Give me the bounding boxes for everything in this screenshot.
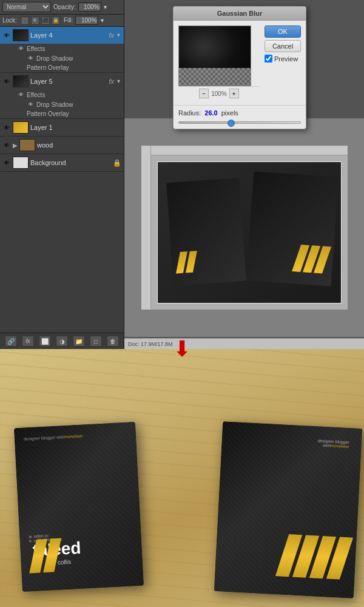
add-mask-btn[interactable]: ⬜ <box>39 336 51 347</box>
layer-thumb-background <box>13 157 29 169</box>
preview-checkbox-input[interactable] <box>265 55 272 63</box>
layers-list: 👁 Layer 4 fx ▼ 👁 Effects 👁 Drop Shadow <box>0 27 124 333</box>
opacity-row: Opacity: ▾ <box>53 2 107 12</box>
drop-shadow-eye-layer4[interactable]: 👁 <box>27 55 34 62</box>
drop-shadow-label-layer5: Drop Shadow <box>36 101 73 108</box>
canvas-bc-left <box>166 178 246 286</box>
bc-right-card: designer blogger webmonetiser <box>214 421 362 599</box>
effects-label-layer4: Effects <box>27 46 45 52</box>
fill-row: Fill: ▾ <box>64 16 104 25</box>
layer-row-background[interactable]: 👁 Background 🔒 <box>0 154 124 171</box>
statusbar-text: Doc: 17.9M/17.8M <box>128 341 173 347</box>
eye-icon-background[interactable]: 👁 <box>2 158 11 167</box>
lock-image-btn[interactable]: ⬛ <box>41 16 50 25</box>
fill-label: Fill: <box>64 17 73 24</box>
zoom-label: 100% <box>211 90 227 97</box>
drop-shadow-layer4: 👁 Drop Shadow <box>0 53 124 63</box>
bc-logo-surname: collis <box>57 558 81 566</box>
layer-row-layer4[interactable]: 👁 Layer 4 fx ▼ <box>0 27 124 44</box>
layer-name-background: Background <box>30 159 111 166</box>
canvas-area <box>124 118 364 337</box>
delete-layer-btn[interactable]: 🗑 <box>107 336 119 347</box>
statusbar: Doc: 17.9M/17.8M <box>124 338 364 349</box>
fill-input[interactable] <box>75 16 98 25</box>
layers-bottom-toolbar: 🔗 fx ⬜ ◑ 📁 □ 🗑 <box>0 333 124 349</box>
bc-main-card: designer blogger webmonetiser ta'eed col… <box>14 422 144 592</box>
lock-position-btn[interactable]: ✛ <box>31 16 39 25</box>
lock-all-btn[interactable]: 🔒 <box>52 16 60 25</box>
layer-row-layer5[interactable]: 👁 Layer 5 fx ▼ <box>0 73 124 90</box>
layer-fx-btn[interactable]: fx <box>22 336 34 347</box>
layer-expand-layer4[interactable]: ▼ <box>116 32 121 38</box>
drop-shadow-layer5: 👁 Drop Shadow <box>0 100 124 109</box>
eye-icon-layer5[interactable]: 👁 <box>2 77 11 86</box>
new-layer-btn[interactable]: □ <box>90 336 102 347</box>
effects-group-layer5: 👁 Effects <box>0 90 124 100</box>
canvas-container <box>141 146 348 310</box>
bc-main-stripes <box>32 538 59 573</box>
effects-eye-layer4[interactable]: 👁 <box>17 45 24 52</box>
layer-name-layer5: Layer 5 <box>30 78 107 85</box>
dialog-buttons: OK Cancel Preview <box>265 25 301 100</box>
fill-arrow[interactable]: ▾ <box>101 17 104 24</box>
layer-name-layer1: Layer 1 <box>30 124 121 131</box>
preview-checkbox-row[interactable]: Preview <box>265 55 301 63</box>
layers-panel: Normal Opacity: ▾ Lock: ⬚ ✛ ⬛ 🔒 Fill: ▾ <box>0 0 124 349</box>
radius-row: Radius: 26.0 pixels <box>174 105 306 120</box>
pattern-overlay-layer5: Pattern Overlay <box>0 109 124 118</box>
blend-opacity-toolbar: Normal Opacity: ▾ <box>0 0 124 15</box>
zoom-in-btn[interactable]: + <box>229 89 239 98</box>
layer-fx-layer4: fx <box>109 32 115 39</box>
pattern-overlay-layer4: Pattern Overlay <box>0 63 124 72</box>
radius-value: 26.0 <box>204 109 217 117</box>
bc-right-stripes <box>281 534 348 580</box>
lock-icons: ⬚ ✛ ⬛ 🔒 <box>21 16 60 25</box>
canvas-bc-right-stripes <box>295 245 328 274</box>
lock-pixels-btn[interactable]: ⬚ <box>21 16 29 25</box>
drop-shadow-eye-layer5[interactable]: 👁 <box>27 101 34 108</box>
lock-label: Lock: <box>2 17 17 24</box>
canvas-bg <box>151 155 348 310</box>
layer-row-wood[interactable]: 👁 ▶ wood <box>0 137 124 154</box>
lock-fill-row: Lock: ⬚ ✛ ⬛ 🔒 Fill: ▾ <box>0 15 124 27</box>
ok-button[interactable]: OK <box>265 25 301 38</box>
layer-thumb-layer1 <box>13 121 29 134</box>
big-down-arrow: ⬇ <box>173 338 191 360</box>
opacity-label: Opacity: <box>53 4 76 10</box>
slider-thumb[interactable] <box>228 120 235 127</box>
dialog-title: Gaussian Blur <box>174 7 306 21</box>
folder-expand-wood[interactable]: ▶ <box>13 142 18 149</box>
eye-icon-layer4[interactable]: 👁 <box>2 31 11 39</box>
radius-slider[interactable] <box>178 121 301 124</box>
dialog-content: − 100% + OK Cancel Preview <box>174 21 306 105</box>
opacity-arrow[interactable]: ▾ <box>104 4 107 10</box>
layer-row-layer1[interactable]: 👁 Layer 1 <box>0 119 124 136</box>
cancel-button[interactable]: Cancel <box>265 40 301 52</box>
gaussian-blur-dialog: Gaussian Blur − 100% + <box>173 6 306 129</box>
adjustment-btn[interactable]: ◑ <box>56 336 68 347</box>
layer-thumb-layer5 <box>13 75 29 87</box>
effects-eye-layer5[interactable]: 👁 <box>17 91 24 98</box>
effects-label-layer5: Effects <box>27 92 45 98</box>
eye-icon-layer1[interactable]: 👁 <box>2 123 11 132</box>
layer-thumb-layer4 <box>13 29 29 41</box>
layer-name-layer4: Layer 4 <box>30 32 107 39</box>
link-layers-btn[interactable]: 🔗 <box>5 336 17 347</box>
right-area: ➜ Gaussian Blur − 100% + <box>124 0 364 349</box>
layer-item-layer5: 👁 Layer 5 fx ▼ 👁 Effects 👁 Drop Shadow P… <box>0 73 124 119</box>
layer-expand-layer5[interactable]: ▼ <box>116 78 121 84</box>
canvas-bc-right <box>246 171 338 286</box>
bottom-section: designer blogger webmonetiser ta'eed col… <box>0 349 364 607</box>
canvas-inner[interactable] <box>157 161 342 304</box>
zoom-out-btn[interactable]: − <box>199 89 209 98</box>
blend-mode-select[interactable]: Normal <box>2 2 51 12</box>
layer-name-wood: wood <box>37 141 121 149</box>
layer-item-layer4: 👁 Layer 4 fx ▼ 👁 Effects 👁 Drop Shadow <box>0 27 124 73</box>
dialog-preview[interactable] <box>178 25 251 86</box>
eye-icon-wood[interactable]: 👁 <box>2 141 11 149</box>
layer-item-layer1: 👁 Layer 1 <box>0 119 124 137</box>
opacity-input[interactable] <box>78 2 101 12</box>
layer-fx-layer5: fx <box>109 78 115 85</box>
canvas-bc-left-stripes <box>177 251 195 273</box>
new-group-btn[interactable]: 📁 <box>73 336 85 347</box>
